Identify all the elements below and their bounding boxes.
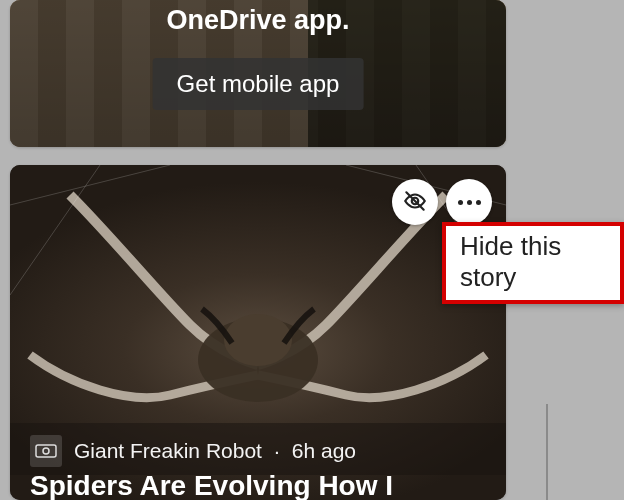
svg-point-9 xyxy=(43,448,49,454)
scrollbar-track[interactable] xyxy=(546,404,548,500)
hide-story-button[interactable] xyxy=(392,179,438,225)
story-timestamp: 6h ago xyxy=(292,439,356,463)
promo-card: OneDrive app. Get mobile app xyxy=(10,0,506,147)
source-name: Giant Freakin Robot xyxy=(74,439,262,463)
get-mobile-app-button[interactable]: Get mobile app xyxy=(153,58,364,110)
svg-line-2 xyxy=(10,165,170,205)
svg-point-1 xyxy=(224,314,292,366)
story-source-bar: Giant Freakin Robot · 6h ago xyxy=(10,423,506,475)
story-action-bar xyxy=(392,179,492,225)
more-icon xyxy=(458,200,481,205)
hide-icon xyxy=(402,188,428,217)
source-logo xyxy=(30,435,62,467)
more-options-button[interactable] xyxy=(446,179,492,225)
svg-rect-8 xyxy=(36,445,56,457)
hide-story-tooltip: Hide this story xyxy=(442,222,624,304)
story-card[interactable]: Giant Freakin Robot · 6h ago Spiders Are… xyxy=(10,165,506,500)
promo-title: OneDrive app. xyxy=(10,0,506,38)
story-headline: Spiders Are Evolving How I xyxy=(30,471,486,500)
source-separator: · xyxy=(274,439,280,463)
svg-line-4 xyxy=(10,165,100,295)
